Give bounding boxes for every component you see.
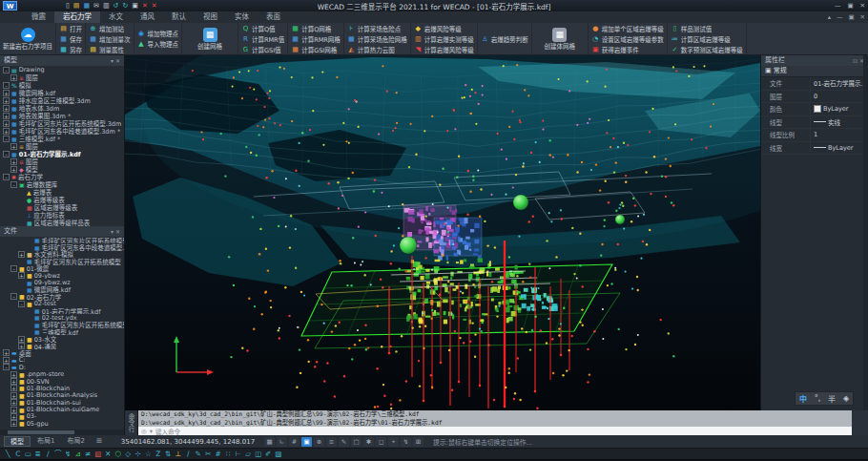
- layout-tab-布局1[interactable]: 布局1: [31, 436, 60, 447]
- tree-expander-icon[interactable]: +: [3, 97, 10, 104]
- tree-item[interactable]: -▦01-岩石力学展示.kdf: [0, 150, 124, 157]
- tree-item[interactable]: ▦毛坪矿区河东片区开拓系统模型.kdf: [0, 322, 124, 328]
- open-icon[interactable]: ▤: [73, 0, 80, 11]
- tree-item[interactable]: ▦毛坪矿区河东片区开拓系统模型: [0, 258, 124, 264]
- ribbon-button[interactable]: R计算RMR值: [241, 34, 284, 44]
- properties-scrollbar[interactable]: [863, 55, 868, 410]
- tree-item[interactable]: +■.pnpm-store: [0, 370, 124, 377]
- window-icon[interactable]: ▣: [132, 0, 138, 11]
- property-value[interactable]: ByLayer: [810, 142, 868, 155]
- tree-expander-icon[interactable]: +: [10, 166, 17, 173]
- tree-expander-icon[interactable]: +: [3, 113, 10, 119]
- tree-expander-icon[interactable]: +: [10, 385, 17, 391]
- tree-expander-icon[interactable]: +: [10, 371, 17, 378]
- ribbon-button[interactable]: G计算GSI值: [241, 45, 284, 54]
- undo-icon[interactable]: ↺: [114, 0, 119, 11]
- ime-language-icon[interactable]: 中: [799, 393, 807, 404]
- tree-item[interactable]: +▦毛坪矿区河东各中段巷道模型.3dm *: [0, 127, 124, 135]
- tree-expander-icon[interactable]: +: [10, 407, 17, 413]
- tree-item[interactable]: +■03-: [0, 413, 124, 420]
- property-value[interactable]: 1: [810, 129, 868, 141]
- create-grid-button[interactable]: ▦创建网格: [185, 28, 235, 51]
- draw-tool-icon[interactable]: ▭: [23, 449, 33, 460]
- status-toggle-icon[interactable]: ↯: [401, 437, 411, 447]
- draw-tool-icon[interactable]: ◫: [254, 449, 264, 460]
- tree-item[interactable]: ▦区域岩爆等级样品表: [0, 219, 124, 226]
- tree-item[interactable]: +≡图层: [0, 73, 124, 81]
- ribbon-button[interactable]: ⊕增加测站: [89, 24, 131, 33]
- draw-tool-icon[interactable]: ∕: [43, 449, 53, 460]
- ribbon-button[interactable]: ▦计算RMR网格: [291, 34, 341, 44]
- tree-item[interactable]: +▬C:: [0, 357, 124, 364]
- ribbon-button[interactable]: ▯样品测试值: [671, 24, 743, 33]
- tree-item[interactable]: +■05-gpu: [0, 420, 124, 427]
- tree-item[interactable]: -▣岩爆数据库: [0, 180, 124, 188]
- tree-expander-icon[interactable]: +: [10, 420, 17, 427]
- tree-expander-icon[interactable]: +: [3, 357, 10, 364]
- 3d-viewport[interactable]: [125, 55, 760, 410]
- tab-实体[interactable]: 实体: [226, 11, 258, 23]
- ribbon-button[interactable]: ♙岩爆趋势判断: [481, 34, 528, 44]
- tree-item[interactable]: +■04-通风: [0, 343, 124, 349]
- draw-tool-icon[interactable]: ⌒: [53, 449, 64, 460]
- ribbon-button[interactable]: ◉增加物理点: [137, 29, 179, 38]
- tree-item[interactable]: -✱岩石力学: [0, 173, 124, 180]
- add-layout-button[interactable]: ⊞: [91, 436, 108, 447]
- ribbon-button[interactable]: ▤测量属性: [89, 45, 131, 54]
- draw-tool-icon[interactable]: ≠: [83, 449, 93, 460]
- dropdown-icon[interactable]: ▾: [150, 428, 153, 435]
- tab-岩石力学[interactable]: 岩石力学: [54, 11, 100, 23]
- status-toggle-icon[interactable]: ✎: [339, 437, 349, 447]
- draw-tool-icon[interactable]: ⊹: [134, 449, 144, 460]
- ime-skin-icon[interactable]: ◈: [843, 394, 849, 403]
- redo-icon[interactable]: ↻: [122, 0, 128, 11]
- tree-expander-icon[interactable]: -: [3, 136, 10, 142]
- draw-tool-icon[interactable]: #: [214, 449, 224, 460]
- tree-item[interactable]: +▦毛坪矿区河东片区开拓系统模型.3dm: [0, 119, 124, 127]
- document-window-control-button[interactable]: —: [837, 11, 843, 23]
- property-row[interactable]: 颜色ByLayer: [761, 103, 868, 116]
- ribbon-button[interactable]: ▦另存: [59, 45, 82, 54]
- draw-tool-icon[interactable]: ▱: [243, 449, 254, 460]
- save-icon[interactable]: ▦: [83, 0, 90, 11]
- status-toggle-icon[interactable]: ≡: [326, 437, 337, 447]
- tree-expander-icon[interactable]: +: [3, 120, 10, 127]
- tree-item[interactable]: ▦三维模型.kdf: [0, 328, 124, 335]
- tree-item[interactable]: +▦地表水体.3dm: [0, 104, 124, 112]
- tree-expander-icon[interactable]: +: [3, 105, 10, 112]
- tree-item[interactable]: +▬桌面: [0, 349, 124, 356]
- tree-expander-icon[interactable]: +: [10, 378, 17, 385]
- ribbon-button[interactable]: ▦计算Q网格: [291, 24, 341, 33]
- tree-item[interactable]: ▦09-ybwz.wz: [0, 279, 124, 285]
- command-history[interactable]: D:\wecad_sdk_ky\3d_cad_2\bin_git\矿山-典型例题…: [138, 410, 852, 427]
- tree-expander-icon[interactable]: +: [18, 251, 25, 258]
- tree-item[interactable]: +≡图层: [0, 142, 124, 150]
- ribbon-button[interactable]: ▦增加测量次: [89, 34, 131, 44]
- tree-item[interactable]: ⊥应力指标表: [0, 211, 124, 219]
- command-line-tab[interactable]: 命令行: [125, 410, 138, 435]
- tree-item[interactable]: +■01-Blockchain-Analysis: [0, 392, 124, 399]
- layout-tab-模型[interactable]: 模型: [4, 436, 31, 447]
- layout-tab-布局2[interactable]: 布局2: [61, 436, 90, 447]
- document-window-control-button[interactable]: ▴: [828, 11, 831, 23]
- property-row[interactable]: 图层0: [761, 91, 868, 104]
- ime-width-icon[interactable]: 半: [828, 393, 836, 404]
- ribbon-button[interactable]: ◥计算岩爆风险等级: [414, 45, 474, 54]
- new-icon[interactable]: ▯: [66, 0, 70, 11]
- ribbon-button[interactable]: Q计算Q值: [241, 24, 284, 33]
- tree-item[interactable]: -■02-test: [0, 301, 124, 307]
- tree-expander-icon[interactable]: -: [10, 293, 17, 300]
- tree-expander-icon[interactable]: -: [3, 82, 10, 89]
- draw-tool-icon[interactable]: ☆: [143, 449, 154, 460]
- tree-expander-icon[interactable]: +: [10, 399, 17, 406]
- draw-tool-icon[interactable]: ⊢: [234, 449, 244, 460]
- ribbon-button[interactable]: ▦计算GSI网格: [291, 45, 341, 54]
- status-toggle-icon[interactable]: ▦: [264, 437, 275, 447]
- ribbon-button[interactable]: ✓数字预测区域岩爆等级: [671, 45, 743, 54]
- draw-tool-icon[interactable]: ∷: [223, 449, 234, 460]
- tree-expander-icon[interactable]: +: [18, 272, 25, 279]
- draw-tool-icon[interactable]: ✎: [194, 449, 204, 460]
- create-volume-grid-button[interactable]: ▦创建体网格: [535, 28, 585, 51]
- ribbon-button[interactable]: ≔计算区域岩爆等级: [671, 34, 743, 44]
- window-control-button[interactable]: —: [835, 0, 841, 11]
